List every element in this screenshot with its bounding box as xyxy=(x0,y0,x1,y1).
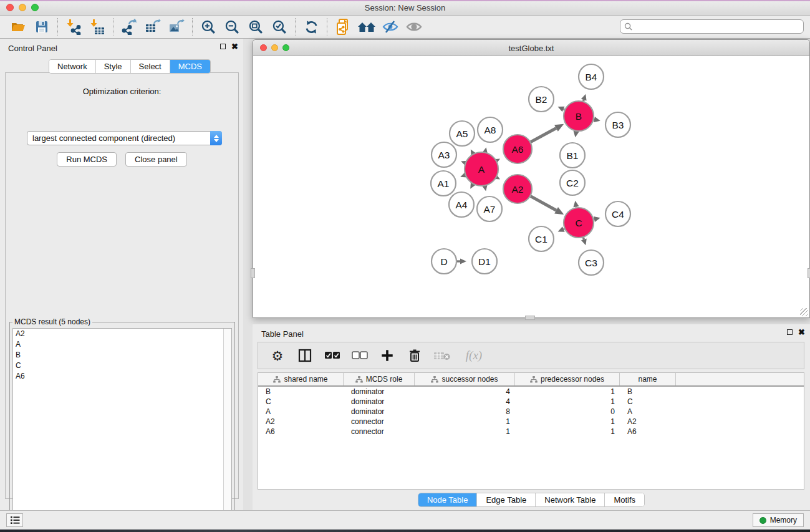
close-panel-icon[interactable]: ✖ xyxy=(231,43,238,50)
table-row[interactable]: A2connector11A2 xyxy=(258,417,804,427)
import-network-button[interactable] xyxy=(62,17,85,37)
function-builder-button[interactable]: f(x) xyxy=(460,346,488,365)
column-header-label: shared name xyxy=(284,375,327,384)
toolbar-separator xyxy=(113,18,113,36)
edge-B-B4[interactable] xyxy=(584,100,584,101)
open-session-button[interactable] xyxy=(6,17,30,37)
first-neighbors-button[interactable] xyxy=(355,17,378,37)
graph-node-B2[interactable]: B2 xyxy=(529,87,554,112)
graph-node-D[interactable]: D xyxy=(432,249,456,274)
toolbar-separator xyxy=(327,18,327,36)
graph-node-B1[interactable]: B1 xyxy=(560,143,585,168)
delete-table-button[interactable] xyxy=(433,346,451,365)
graph-node-A4[interactable]: A4 xyxy=(449,192,474,217)
table-row[interactable]: A6connector11A6 xyxy=(258,427,804,437)
bottom-resize-handle[interactable] xyxy=(525,316,535,320)
graph-node-B[interactable]: B xyxy=(564,101,594,131)
table-row[interactable]: Bdominator41B xyxy=(258,387,804,397)
graph-node-C4[interactable]: C4 xyxy=(605,201,630,226)
control-tab-mcds[interactable]: MCDS xyxy=(170,60,210,73)
search-input[interactable] xyxy=(635,22,803,31)
close-table-panel-icon[interactable]: ✖ xyxy=(798,329,805,336)
table-row[interactable]: Cdominator41C xyxy=(258,397,804,407)
edge-A6-B[interactable] xyxy=(531,128,556,142)
mcds-result-item[interactable]: A6 xyxy=(13,371,231,382)
close-panel-button[interactable]: Close panel xyxy=(125,152,187,167)
mcds-result-item[interactable]: A xyxy=(13,339,231,350)
panel-menu-button[interactable] xyxy=(6,513,23,527)
window-resize-grip[interactable] xyxy=(800,308,808,316)
graph-node-A6[interactable]: A6 xyxy=(503,135,532,163)
network-window-titlebar[interactable]: testGlobe.txt xyxy=(253,40,809,56)
mcds-result-item[interactable]: C xyxy=(13,360,231,371)
zoom-in-button[interactable] xyxy=(196,17,220,37)
graph-node-A[interactable]: A xyxy=(465,152,498,186)
left-resize-handle[interactable] xyxy=(251,268,255,278)
zoom-selected-button[interactable] xyxy=(268,17,291,37)
column-header-MCDS-role[interactable]: MCDS role xyxy=(344,373,415,385)
graph-node-B3[interactable]: B3 xyxy=(605,112,630,137)
column-header-shared-name[interactable]: shared name xyxy=(258,373,344,385)
column-header-predecessor-nodes[interactable]: predecessor nodes xyxy=(515,373,620,385)
select-all-columns-button[interactable] xyxy=(323,346,342,365)
memory-button[interactable]: Memory xyxy=(753,513,804,527)
delete-columns-button[interactable] xyxy=(405,346,424,365)
edge-C-C1[interactable] xyxy=(564,229,564,230)
graph-node-C2[interactable]: C2 xyxy=(560,170,585,195)
mcds-result-item[interactable]: A2 xyxy=(13,329,231,339)
table-tab-motifs[interactable]: Motifs xyxy=(605,493,644,506)
control-tab-select[interactable]: Select xyxy=(131,60,170,73)
edge-A2-C[interactable] xyxy=(531,196,556,211)
graph-node-A5[interactable]: A5 xyxy=(450,121,475,146)
import-table-button[interactable] xyxy=(85,17,109,37)
settings-gear-button[interactable]: ⚙ xyxy=(268,346,287,365)
float-table-panel-icon[interactable] xyxy=(787,329,793,335)
apply-layout-button[interactable] xyxy=(299,17,323,37)
network-canvas[interactable]: B4B2BB3A8A5A6A3B1AA1C2A2A4A7C4CC1C3DD1 xyxy=(253,56,809,317)
float-panel-icon[interactable] xyxy=(220,44,226,49)
zoom-out-button[interactable] xyxy=(220,17,244,37)
export-table-button[interactable] xyxy=(141,17,165,37)
new-network-from-selection-button[interactable] xyxy=(331,17,355,37)
unselect-all-columns-button[interactable] xyxy=(350,346,369,365)
search-field[interactable] xyxy=(620,19,804,34)
mcds-result-item[interactable]: B xyxy=(13,350,231,360)
graph-node-C3[interactable]: C3 xyxy=(579,250,604,275)
show-all-button[interactable] xyxy=(402,17,426,37)
edge-C-C3[interactable] xyxy=(583,238,584,239)
graph-node-A8[interactable]: A8 xyxy=(478,117,503,142)
create-column-button[interactable] xyxy=(378,346,397,365)
graph-node-A7[interactable]: A7 xyxy=(477,196,502,221)
graph-node-C[interactable]: C xyxy=(564,208,594,238)
result-scrollbar[interactable] xyxy=(223,329,231,531)
graph-node-D1[interactable]: D1 xyxy=(472,249,497,274)
optimization-criterion-select[interactable]: largest connected component (directed) xyxy=(27,131,222,145)
table-tab-network-table[interactable]: Network Table xyxy=(536,493,605,506)
edge-B-B2[interactable] xyxy=(564,109,565,110)
hide-selected-button[interactable] xyxy=(378,17,402,37)
graph-node-A1[interactable]: A1 xyxy=(431,171,456,196)
node-label: D xyxy=(440,256,447,267)
column-header-successor-nodes[interactable]: successor nodes xyxy=(415,373,515,385)
mcds-result-list[interactable]: A2ABCA6 xyxy=(12,328,232,531)
run-mcds-button[interactable]: Run MCDS xyxy=(57,152,117,167)
graph-node-B4[interactable]: B4 xyxy=(579,64,604,89)
column-header-name[interactable]: name xyxy=(620,373,676,385)
export-network-button[interactable] xyxy=(117,17,141,37)
table-tab-node-table[interactable]: Node Table xyxy=(418,493,478,506)
graph-node-A2[interactable]: A2 xyxy=(503,175,532,203)
export-image-button[interactable] xyxy=(165,17,188,37)
control-tab-network[interactable]: Network xyxy=(49,60,96,73)
save-session-button[interactable] xyxy=(30,17,54,37)
control-tab-style[interactable]: Style xyxy=(96,60,131,73)
graph-node-C1[interactable]: C1 xyxy=(529,226,554,251)
refresh-layout-icon xyxy=(304,19,319,35)
table-row[interactable]: Adominator80A xyxy=(258,407,804,417)
table-cell: 0 xyxy=(515,407,620,417)
split-panel-button[interactable] xyxy=(296,346,314,365)
table-tab-edge-table[interactable]: Edge Table xyxy=(477,493,536,506)
zoom-fit-button[interactable] xyxy=(244,17,268,37)
network-view-window[interactable]: testGlobe.txt B4B2BB3A8A5A6A3B1AA1C2A2A4… xyxy=(253,39,810,318)
right-resize-handle[interactable] xyxy=(808,268,810,278)
graph-node-A3[interactable]: A3 xyxy=(432,142,456,167)
